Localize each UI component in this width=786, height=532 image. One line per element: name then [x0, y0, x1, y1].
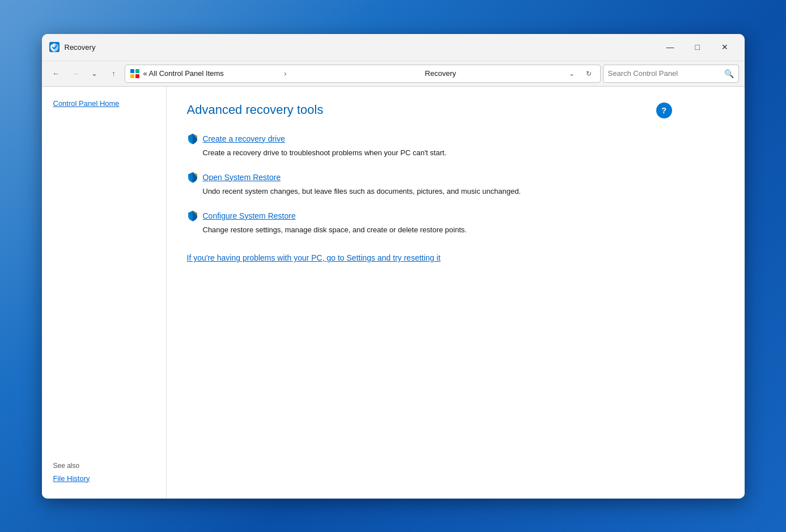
search-icon[interactable]: 🔍 [724, 69, 734, 78]
back-button[interactable]: ← [48, 65, 65, 82]
breadcrumb-prefix: « All Control Panel Items [143, 69, 280, 78]
up-button[interactable]: ↑ [105, 65, 122, 82]
minimize-button[interactable]: — [657, 38, 683, 56]
help-button[interactable]: ? [656, 103, 672, 118]
breadcrumb-page: Recovery [425, 69, 562, 78]
configure-system-restore-desc: Change restore settings, manage disk spa… [203, 225, 724, 235]
open-system-restore-desc: Undo recent system changes, but leave fi… [203, 186, 724, 197]
window-controls: — □ ✕ [657, 38, 738, 56]
configure-system-restore-link[interactable]: Configure System Restore [187, 210, 724, 222]
sidebar: Control Panel Home See also File History [42, 87, 167, 499]
content-area: Advanced recovery tools ? Create a recov… [167, 87, 745, 499]
reset-pc-link[interactable]: If you're having problems with your PC, … [187, 253, 441, 262]
search-input[interactable] [608, 69, 721, 78]
control-panel-icon [130, 69, 140, 79]
create-recovery-drive-link[interactable]: Create a recovery drive [187, 133, 724, 144]
create-recovery-drive-desc: Create a recovery drive to troubleshoot … [203, 148, 724, 158]
svg-rect-1 [130, 69, 134, 73]
shield-icon-3 [187, 210, 198, 222]
address-dropdown-button[interactable]: ⌄ [565, 67, 579, 80]
configure-system-restore-text: Configure System Restore [203, 211, 296, 220]
shield-icon-1 [187, 133, 198, 144]
main-window: Recovery — □ ✕ ← → ⌄ ↑ « All Control Pan… [42, 34, 745, 499]
sidebar-item-control-panel-home[interactable]: Control Panel Home [42, 96, 166, 111]
address-bar-row: ← → ⌄ ↑ « All Control Panel Items › Reco… [42, 61, 745, 87]
sidebar-see-also-label: See also [42, 456, 166, 472]
title-bar: Recovery — □ ✕ [42, 34, 745, 61]
forward-button[interactable]: → [67, 65, 84, 82]
content-title: Advanced recovery tools [187, 103, 724, 117]
recovery-item-2: Open System Restore Undo recent system c… [187, 172, 724, 197]
svg-rect-4 [135, 74, 139, 78]
app-icon [49, 41, 60, 53]
sidebar-spacer [42, 111, 166, 456]
shield-icon-2 [187, 172, 198, 183]
window-title: Recovery [65, 43, 657, 52]
recent-locations-button[interactable]: ⌄ [86, 65, 103, 82]
content-header-row: Advanced recovery tools ? [187, 103, 724, 133]
recovery-item-3: Configure System Restore Change restore … [187, 210, 724, 235]
svg-rect-2 [135, 69, 139, 73]
address-bar[interactable]: « All Control Panel Items › Recovery ⌄ ↻ [125, 65, 601, 83]
recovery-item-1: Create a recovery drive Create a recover… [187, 133, 724, 158]
close-button[interactable]: ✕ [712, 38, 738, 56]
refresh-button[interactable]: ↻ [582, 67, 596, 80]
breadcrumb-sep: › [284, 69, 420, 78]
open-system-restore-text: Open System Restore [203, 173, 281, 182]
open-system-restore-link[interactable]: Open System Restore [187, 172, 724, 183]
maximize-button[interactable]: □ [685, 38, 711, 56]
main-content: Control Panel Home See also File History… [42, 87, 745, 499]
search-box[interactable]: 🔍 [603, 65, 739, 83]
svg-rect-3 [130, 74, 134, 78]
sidebar-file-history-link[interactable]: File History [42, 472, 166, 490]
create-recovery-drive-text: Create a recovery drive [203, 134, 286, 143]
